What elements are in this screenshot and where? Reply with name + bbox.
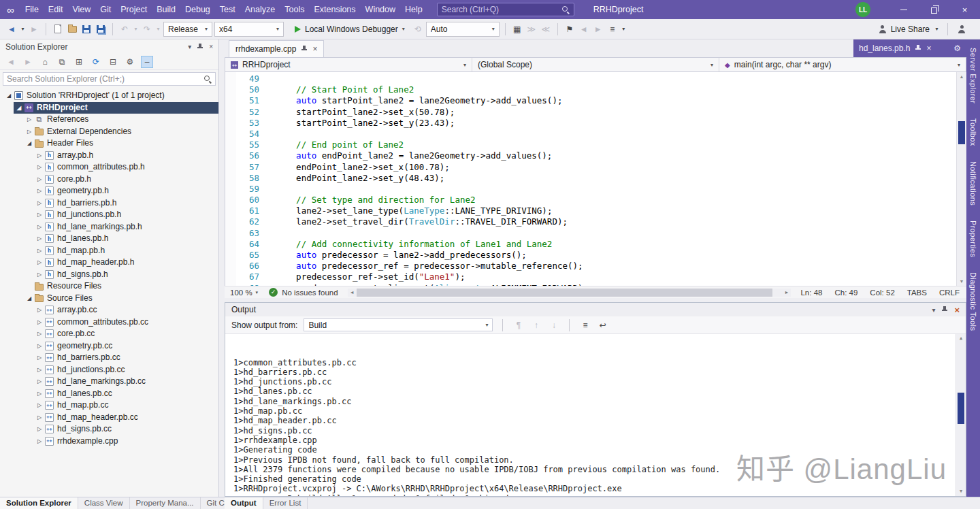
menu-item-tools[interactable]: Tools xyxy=(280,0,309,19)
side-tab-server-explorer[interactable]: Server Explorer xyxy=(969,48,977,103)
chevron-collapsed-icon[interactable]: ▷ xyxy=(35,412,44,424)
redo-icon[interactable]: ↷ xyxy=(141,22,153,37)
attach-mode-dropdown[interactable]: Auto ▾ xyxy=(426,22,500,37)
output-vertical-scrollbar[interactable]: ▲ ▼ xyxy=(956,334,966,496)
menu-item-help[interactable]: Help xyxy=(400,0,427,19)
decrease-indent-icon[interactable]: ≪ xyxy=(540,22,552,37)
tree-item-core-pb-cc[interactable]: ▷++core.pb.cc xyxy=(0,328,218,340)
chevron-collapsed-icon[interactable]: ▷ xyxy=(35,245,44,257)
configuration-dropdown[interactable]: Release ▾ xyxy=(163,22,212,37)
chevron-collapsed-icon[interactable]: ▷ xyxy=(35,269,44,281)
tree-item-hd-map-pb-cc[interactable]: ▷++hd_map.pb.cc xyxy=(0,399,218,412)
sync-with-active-document-icon[interactable]: – xyxy=(141,56,153,68)
tree-item-rrhdexample-cpp[interactable]: ▷++rrhdexample.cpp xyxy=(0,436,218,448)
chevron-collapsed-icon[interactable]: ▷ xyxy=(35,328,44,340)
menu-item-debug[interactable]: Debug xyxy=(180,0,215,19)
minimize-button[interactable] xyxy=(888,0,919,19)
toolbar-options-icon[interactable]: ▾ xyxy=(621,22,627,37)
tree-item-rrhdproject[interactable]: ◢++RRHDproject xyxy=(0,102,218,114)
tree-item-resource-files[interactable]: Resource Files xyxy=(0,280,218,293)
tree-item-hd-map-header-pb-cc[interactable]: ▷++hd_map_header.pb.cc xyxy=(0,412,218,424)
scroll-left-icon[interactable]: ◄ xyxy=(348,290,357,295)
scrollbar-thumb[interactable] xyxy=(958,393,964,424)
chevron-expanded-icon[interactable]: ◢ xyxy=(4,90,14,102)
breakpoint-margin[interactable] xyxy=(225,72,236,286)
menu-item-view[interactable]: View xyxy=(67,0,95,19)
increase-indent-icon[interactable]: ≫ xyxy=(525,22,538,37)
chevron-expanded-icon[interactable]: ◢ xyxy=(24,137,34,150)
chevron-collapsed-icon[interactable]: ▷ xyxy=(35,304,44,316)
next-bookmark-icon[interactable]: ► xyxy=(592,22,604,37)
code-editor[interactable]: 4950515253545556575859606162636465666768… xyxy=(225,72,966,286)
menu-item-edit[interactable]: Edit xyxy=(44,0,68,19)
pin-icon[interactable] xyxy=(197,43,203,51)
chevron-collapsed-icon[interactable]: ▷ xyxy=(35,197,44,210)
quick-search-box[interactable] xyxy=(437,3,574,16)
tree-item-external-dependencies[interactable]: ▷External Dependencies xyxy=(0,126,218,138)
open-file-button[interactable] xyxy=(66,22,78,37)
chevron-collapsed-icon[interactable]: ▷ xyxy=(35,364,44,376)
scroll-down-icon[interactable]: ▼ xyxy=(956,487,966,496)
live-share-button[interactable]: Live Share xyxy=(891,24,930,34)
tree-item-hd-signs-pb-h[interactable]: ▷hhd_signs.pb.h xyxy=(0,269,218,281)
panel-tab-solution-explorer[interactable]: Solution Explorer xyxy=(0,497,78,509)
refresh-icon[interactable]: ⟳ xyxy=(90,56,102,68)
collapse-all-icon[interactable]: ⊟ xyxy=(107,56,119,68)
member-scope-dropdown[interactable]: ◆ main(int argc, char ** argv) ▾ xyxy=(719,58,966,71)
chevron-expanded-icon[interactable]: ◢ xyxy=(14,102,24,114)
tree-item-source-files[interactable]: ◢Source Files xyxy=(0,293,218,305)
scroll-down-icon[interactable]: ▼ xyxy=(957,277,966,286)
tree-item-common-attributes-pb-cc[interactable]: ▷++common_attributes.pb.cc xyxy=(0,316,218,329)
code-line-62[interactable]: lane2->set_travel_dir(TravelDir::TRAVEL_… xyxy=(276,216,966,227)
tree-item-hd-lanes-pb-h[interactable]: ▷hhd_lanes.pb.h xyxy=(0,233,218,245)
feedback-button[interactable] xyxy=(956,22,968,37)
chevron-collapsed-icon[interactable]: ▷ xyxy=(35,388,44,400)
tree-item-hd-junctions-pb-h[interactable]: ▷hhd_junctions.pb.h xyxy=(0,209,218,221)
output-source-dropdown[interactable]: Build ▾ xyxy=(304,318,493,331)
navigate-forward-icon[interactable]: ► xyxy=(28,22,40,37)
chevron-collapsed-icon[interactable]: ▷ xyxy=(35,352,44,364)
project-scope-dropdown[interactable]: ++ RRHDproject ▾ xyxy=(225,58,472,71)
chevron-collapsed-icon[interactable]: ▷ xyxy=(35,316,44,329)
code-line-55[interactable]: // End point of Lane2 xyxy=(276,139,966,150)
tree-item-hd-junctions-pb-cc[interactable]: ▷++hd_junctions.pb.cc xyxy=(0,364,218,376)
tree-item-header-files[interactable]: ◢Header Files xyxy=(0,137,218,150)
chevron-collapsed-icon[interactable]: ▷ xyxy=(35,436,44,448)
clear-all-icon[interactable]: ≡ xyxy=(579,321,591,330)
code-line-64[interactable]: // Add connectivity information of Lane1… xyxy=(276,239,966,250)
menu-item-test[interactable]: Test xyxy=(215,0,240,19)
previous-bookmark-icon[interactable]: ◄ xyxy=(578,22,590,37)
tree-item-hd-signs-pb-cc[interactable]: ▷++hd_signs.pb.cc xyxy=(0,423,218,436)
account-avatar[interactable]: LL xyxy=(855,2,870,17)
tree-item-hd-lane-markings-pb-h[interactable]: ▷hhd_lane_markings.pb.h xyxy=(0,221,218,233)
platform-dropdown[interactable]: x64 ▾ xyxy=(214,22,284,37)
chevron-collapsed-icon[interactable]: ▷ xyxy=(35,340,44,352)
chevron-collapsed-icon[interactable]: ▷ xyxy=(24,114,34,126)
tree-item-hd-lane-markings-pb-cc[interactable]: ▷++hd_lane_markings.pb.cc xyxy=(0,376,218,388)
menu-item-window[interactable]: Window xyxy=(361,0,400,19)
pin-icon[interactable] xyxy=(915,44,921,52)
redo-menu-icon[interactable]: ▾ xyxy=(155,22,161,37)
live-share-menu-icon[interactable]: ▾ xyxy=(934,22,940,37)
side-tab-properties[interactable]: Properties xyxy=(969,220,977,257)
tree-item-hd-lanes-pb-cc[interactable]: ▷++hd_lanes.pb.cc xyxy=(0,388,218,400)
code-line-68[interactable]: predecessor->set_alignment(Alignment::AL… xyxy=(276,283,966,286)
code-line-50[interactable]: // Start Point of Lane2 xyxy=(276,84,966,95)
side-tab-toolbox[interactable]: Toolbox xyxy=(969,118,977,146)
panel-tab-class-view[interactable]: Class View xyxy=(78,497,130,509)
save-all-button[interactable] xyxy=(95,22,107,37)
chevron-collapsed-icon[interactable]: ▷ xyxy=(35,185,44,197)
tree-item-common-attributes-pb-h[interactable]: ▷hcommon_attributes.pb.h xyxy=(0,161,218,174)
chevron-collapsed-icon[interactable]: ▷ xyxy=(35,399,44,412)
document-health-indicator[interactable]: ✓ No issues found xyxy=(269,288,338,297)
type-scope-dropdown[interactable]: (Global Scope) ▾ xyxy=(472,58,719,71)
menu-item-analyze[interactable]: Analyze xyxy=(240,0,280,19)
search-icon[interactable] xyxy=(203,75,212,83)
gear-icon[interactable]: ⚙ xyxy=(953,44,961,53)
find-message-icon[interactable]: ¶ xyxy=(512,321,524,330)
tree-item-solution-rrhdproject-1-of-1-project[interactable]: ◢Solution 'RRHDproject' (1 of 1 project) xyxy=(0,90,218,102)
tree-item-hd-map-header-pb-h[interactable]: ▷hhd_map_header.pb.h xyxy=(0,257,218,269)
next-message-icon[interactable]: ↓ xyxy=(548,321,559,330)
tree-item-geometry-pb-cc[interactable]: ▷++geometry.pb.cc xyxy=(0,340,218,352)
hot-reload-icon[interactable]: ⟲ xyxy=(412,22,424,37)
